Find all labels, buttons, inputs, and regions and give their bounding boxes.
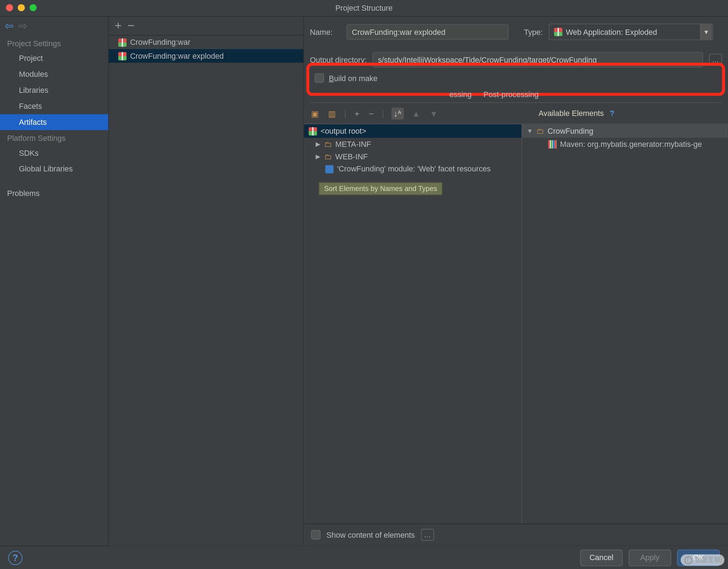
artifact-icon [118,38,127,46]
sidebar-item-problems[interactable]: Problems [0,185,108,201]
show-content-label: Show content of elements [326,530,415,539]
artifacts-panel: + − CrowFunding:war CrowFunding:war expl… [109,17,304,546]
output-dir-label: Output directory: [310,55,367,64]
sidebar-item-project[interactable]: Project [0,50,108,66]
dir-structure-icon[interactable]: ▥ [327,108,337,118]
sidebar-item-artifacts[interactable]: Artifacts [0,114,108,130]
folder-icon: 🗀 [324,152,332,161]
artifact-root-icon [309,127,317,135]
show-content-ellipsis-button[interactable]: … [421,529,434,541]
window-controls [6,4,37,11]
artifact-type-value: Web Application: Exploded [566,27,657,36]
sidebar-item-modules[interactable]: Modules [0,66,108,82]
artifact-name-input[interactable] [347,24,509,39]
type-label: Type: [524,27,543,36]
sidebar-item-global-libraries[interactable]: Global Libraries [0,161,108,177]
show-content-row: Show content of elements … [304,523,728,546]
tree-folder-item[interactable]: ▶ 🗀 WEB-INF [304,150,521,163]
help-button[interactable]: ? [8,551,22,565]
nav-forward-icon[interactable]: ⇨ [18,20,27,33]
section-project-settings: Project Settings [0,36,108,50]
layout-toolbar: ▣ ▥ | + − | ↓ᴬ ▲ ▼ Available Elements ? [304,103,728,124]
artifact-item[interactable]: CrowFunding:war [109,36,303,49]
collapse-icon[interactable]: ▼ [527,128,532,134]
watermark: C 创新互联 [681,554,724,566]
title-bar: Project Structure [0,0,728,17]
tab-post-processing[interactable]: Post-processing [477,87,544,102]
move-up-icon[interactable]: ▲ [411,108,422,118]
minimize-window-icon[interactable] [18,4,25,11]
artifact-icon [118,52,127,60]
tab-hidden[interactable]: essing [310,87,478,102]
chevron-down-icon[interactable]: ▼ [700,24,712,39]
layout-remove-button[interactable]: − [368,108,375,118]
maven-library-icon [548,140,556,148]
apply-button[interactable]: Apply [628,549,671,566]
artifact-label: CrowFunding:war exploded [130,52,224,60]
artifact-type-icon [554,28,562,36]
output-dir-input[interactable] [373,52,703,67]
artifact-label: CrowFunding:war [130,38,190,47]
nav-back-icon[interactable]: ⇦ [5,20,14,33]
artifact-type-dropdown[interactable]: Web Application: Exploded ▼ [548,24,713,41]
cancel-button[interactable]: Cancel [580,549,623,566]
available-elements-tree[interactable]: ▼ 🗀 CrowFunding Maven: org.mybatis.gener… [522,124,728,523]
available-root-node[interactable]: ▼ 🗀 CrowFunding [522,124,728,138]
close-window-icon[interactable] [6,4,13,11]
watermark-logo-icon: C [684,556,692,564]
new-folder-icon[interactable]: ▣ [310,108,320,118]
folder-icon: 🗀 [324,140,332,149]
available-help-icon[interactable]: ? [610,109,614,118]
tree-folder-item[interactable]: ▶ 🗀 META-INF [304,138,521,150]
sort-tooltip: Sort Elements by Names and Types [319,182,443,195]
tree-facet-item[interactable]: 'CrowFunding' module: 'Web' facet resour… [304,163,521,175]
name-label: Name: [310,27,341,36]
move-down-icon[interactable]: ▼ [428,108,439,118]
sidebar: ⇦ ⇨ Project Settings Project Modules Lib… [0,17,109,546]
available-library-item[interactable]: Maven: org.mybatis.generator:mybatis-ge [522,138,728,150]
remove-artifact-button[interactable]: − [128,19,134,32]
section-platform-settings: Platform Settings [0,130,108,145]
output-root-node[interactable]: <output root> [304,124,521,138]
details-panel: Name: Type: Web Application: Exploded ▼ … [304,17,728,546]
artifacts-toolbar: + − [109,17,303,36]
browse-output-button[interactable]: … [709,54,722,65]
add-artifact-button[interactable]: + [115,19,122,32]
show-content-checkbox[interactable] [311,530,321,540]
sidebar-item-sdks[interactable]: SDKs [0,145,108,161]
dialog-button-bar: ? Cancel Apply OK [0,546,728,569]
details-tabs: essing Post-processing [310,87,722,103]
expand-icon[interactable]: ▶ [316,153,320,160]
module-folder-icon: 🗀 [536,127,544,135]
expand-icon[interactable]: ▶ [316,141,320,147]
layout-add-button[interactable]: + [353,108,360,118]
available-elements-header: Available Elements ? [532,105,620,121]
sidebar-nav: ⇦ ⇨ [0,17,108,36]
facet-icon [325,165,333,173]
build-on-make-label: BBuild on makeuild on make [329,74,378,83]
maximize-window-icon[interactable] [30,4,37,11]
sidebar-item-facets[interactable]: Facets [0,98,108,114]
sidebar-item-libraries[interactable]: Libraries [0,82,108,98]
artifact-item[interactable]: CrowFunding:war exploded [109,49,303,63]
window-title: Project Structure [335,4,392,12]
build-on-make-checkbox[interactable] [315,73,324,83]
sort-elements-button[interactable]: ↓ᴬ [391,107,404,119]
